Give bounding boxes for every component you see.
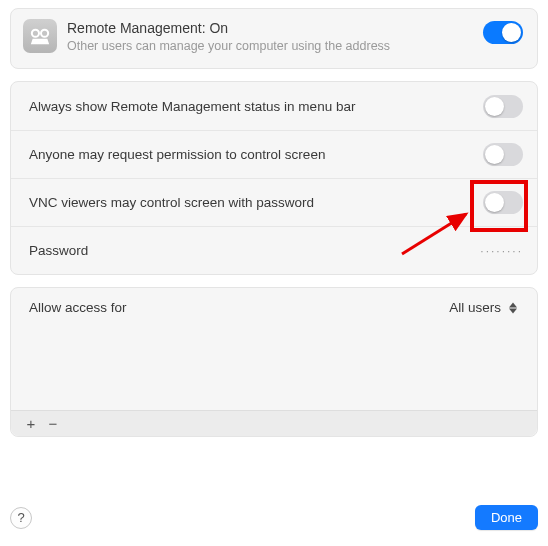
row-show-status-menubar: Always show Remote Management status in … xyxy=(11,82,537,130)
plus-icon: + xyxy=(27,415,36,432)
header-subtitle: Other users can manage your computer usi… xyxy=(67,38,473,54)
toggle-show-status-menubar[interactable] xyxy=(483,95,523,118)
remote-management-toggle[interactable] xyxy=(483,21,523,44)
row-label: Anyone may request permission to control… xyxy=(29,147,325,162)
remote-management-icon xyxy=(23,19,57,53)
done-button[interactable]: Done xyxy=(475,505,538,530)
password-label: Password xyxy=(29,243,88,258)
toggle-vnc-password[interactable] xyxy=(483,191,523,214)
minus-icon: − xyxy=(49,415,58,432)
access-panel: Allow access for All users + − xyxy=(10,287,538,437)
toggle-anyone-request-permission[interactable] xyxy=(483,143,523,166)
row-label: Always show Remote Management status in … xyxy=(29,99,355,114)
row-vnc-password: VNC viewers may control screen with pass… xyxy=(11,178,537,226)
access-label: Allow access for xyxy=(29,300,127,315)
add-user-button[interactable]: + xyxy=(21,414,41,434)
row-label: VNC viewers may control screen with pass… xyxy=(29,195,314,210)
row-anyone-request-permission: Anyone may request permission to control… xyxy=(11,130,537,178)
list-footer-bar: + − xyxy=(11,410,537,436)
remote-management-header-panel: Remote Management: On Other users can ma… xyxy=(10,8,538,69)
remove-user-button[interactable]: − xyxy=(43,414,63,434)
question-icon: ? xyxy=(17,510,24,525)
bottom-bar: ? Done xyxy=(10,505,538,530)
row-password: Password ········ xyxy=(11,226,537,274)
header-title: Remote Management: On xyxy=(67,20,473,36)
help-button[interactable]: ? xyxy=(10,507,32,529)
settings-panel: Always show Remote Management status in … xyxy=(10,81,538,275)
access-selected-value: All users xyxy=(449,300,501,315)
chevron-up-down-icon xyxy=(507,302,519,314)
access-select[interactable]: All users xyxy=(449,300,519,315)
password-value: ········ xyxy=(480,244,523,258)
